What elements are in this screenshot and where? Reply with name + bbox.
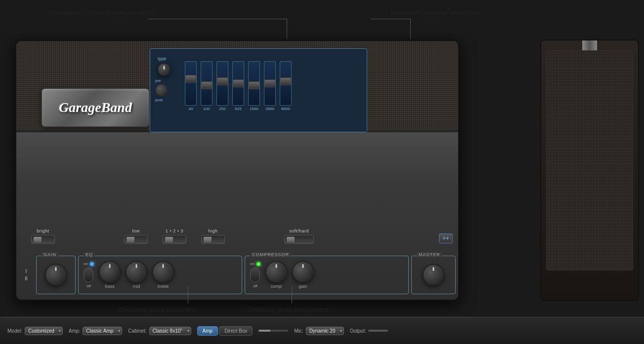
output-slider[interactable] [368, 330, 388, 332]
amp-button[interactable]: Amp [197, 326, 218, 336]
eq-freq-250: 250 [219, 107, 225, 111]
bright-label: bright [37, 229, 49, 233]
eq-freq-3900: 3900 [265, 107, 274, 111]
treble-label: treble [158, 284, 169, 289]
bass-knob[interactable] [99, 261, 121, 283]
amp-group: Amp: Classic Amp ▾ [69, 327, 122, 335]
eq-freq-625: 625 [235, 107, 241, 111]
mid-knob[interactable] [126, 261, 147, 283]
volume-slider[interactable] [258, 330, 288, 332]
high-switch[interactable] [201, 235, 225, 244]
compressor-section: COMPRESSOR on off comp [245, 256, 409, 294]
bright-switch[interactable] [31, 235, 55, 244]
eq-panel: type pre post 40 100 [150, 48, 367, 132]
eq-freq-1560: 1560 [250, 107, 258, 111]
master-knob-group [423, 264, 444, 286]
amp-select[interactable]: Classic Amp [83, 327, 122, 335]
gain-knob-group [45, 264, 67, 286]
eq-freq-6600: 6600 [281, 107, 290, 111]
eq-slider-250: 250 [216, 61, 228, 111]
output-group: Output: [350, 328, 388, 334]
eq-freq-40: 40 [189, 107, 193, 111]
high-switch-group: high [201, 229, 225, 244]
model-select[interactable]: Customized [25, 327, 63, 335]
model-select-wrapper: Customized ▾ [25, 327, 63, 335]
eq-slider-1560: 1560 [248, 61, 260, 111]
eq-controls-bottom-annotation: Ovládacie prvky ekvalizéra [119, 306, 195, 313]
eq-slider-100: 100 [201, 61, 213, 111]
comp-gain-knob[interactable] [292, 261, 314, 283]
comp-knob-group: comp [265, 261, 287, 289]
123-switch[interactable] [163, 235, 186, 244]
comp-knob[interactable] [265, 261, 287, 283]
comp-off-text: off [253, 284, 258, 288]
eq-pre-post-knob[interactable] [155, 84, 168, 97]
channel-i[interactable]: I [26, 268, 27, 274]
123-switch-group: 1 • 2 • 3 [163, 229, 186, 244]
treble-knob-group: treble [152, 261, 174, 289]
amp-select-wrapper: Classic Amp ▾ [83, 327, 122, 335]
123-label: 1 • 2 • 3 [166, 229, 183, 233]
comp-on-text: on [250, 262, 255, 266]
low-label: low [132, 229, 139, 233]
eq-switch-additional-annotation: Dodatočný prepínač ekvalizéra [390, 9, 479, 16]
eq-slider-track-250[interactable] [216, 61, 228, 106]
cabinet-group: Cabinet: Classic 8x10" ▾ [128, 327, 191, 335]
bottom-bar: Model: Customized ▾ Amp: Classic Amp ▾ C… [0, 317, 644, 344]
eq-slider-625: 625 [232, 61, 244, 111]
eq-type-label: type [158, 56, 171, 61]
eq-pre-post-section: pre post [155, 78, 168, 103]
low-switch-group: low [124, 229, 148, 244]
eq-type-section: type [158, 56, 171, 76]
eq-freq-100: 100 [203, 107, 210, 111]
eq-toggle[interactable] [84, 268, 93, 282]
mic-select[interactable]: Dynamic 20 [306, 327, 344, 335]
master-section: MASTER [411, 256, 456, 294]
comp-led [257, 262, 260, 266]
eq-slider-track-40[interactable] [185, 61, 197, 106]
model-group: Model: Customized ▾ [7, 327, 63, 335]
treble-knob[interactable] [152, 261, 174, 283]
eq-plus-button[interactable]: ++ [439, 233, 453, 243]
comp-label: comp [271, 284, 282, 289]
eq-off-text: off [86, 284, 91, 288]
comp-gain-label: gain [299, 284, 307, 289]
eq-slider-track-6600[interactable] [280, 61, 292, 106]
eq-slider-track-3900[interactable] [264, 61, 276, 106]
bright-switch-group: bright [31, 229, 55, 244]
model-label: Model: [7, 328, 22, 334]
amp-direct-group: Amp Direct Box [197, 326, 253, 336]
eq-section-label: EQ [84, 252, 95, 257]
master-label: MASTER [417, 252, 442, 257]
master-knob[interactable] [423, 264, 444, 286]
comp-on-off-group: on off [250, 262, 260, 288]
low-switch[interactable] [124, 235, 148, 244]
gain-section: GAIN [36, 256, 76, 294]
cabinet-label: Cabinet: [128, 328, 146, 334]
eq-led [90, 262, 94, 266]
eq-post-label: post [155, 98, 168, 102]
direct-box-button[interactable]: Direct Box [219, 326, 253, 336]
bass-label: bass [105, 284, 114, 289]
bass-knob-group: bass [99, 261, 121, 289]
compressor-controls-annotation: Ovládacie prvky kompresora [247, 306, 329, 313]
mic-group: Mic: Dynamic 20 ▾ [294, 327, 343, 335]
amp-body: GarageBand type pre post 40 [15, 39, 460, 301]
gain-knob[interactable] [45, 264, 67, 286]
amp-label: Amp: [69, 328, 80, 334]
comp-toggle[interactable] [250, 268, 260, 282]
mid-label: mid [133, 284, 140, 289]
cabinet-select[interactable]: Classic 8x10" [149, 327, 191, 335]
eq-slider-track-1560[interactable] [248, 61, 260, 106]
softhard-switch[interactable] [284, 235, 314, 244]
speaker-grille [546, 50, 633, 270]
eq-slider-track-100[interactable] [201, 61, 213, 106]
softhard-switch-group: soft/hard [284, 229, 314, 244]
eq-type-knob[interactable] [158, 63, 171, 76]
output-label: Output: [350, 328, 366, 334]
eq-slider-track-625[interactable] [232, 61, 244, 106]
garageband-logo: GarageBand [59, 100, 132, 115]
channel-ii[interactable]: II [25, 276, 28, 281]
mic-select-wrapper: Dynamic 20 ▾ [306, 327, 344, 335]
speaker-cabinet [540, 39, 639, 301]
